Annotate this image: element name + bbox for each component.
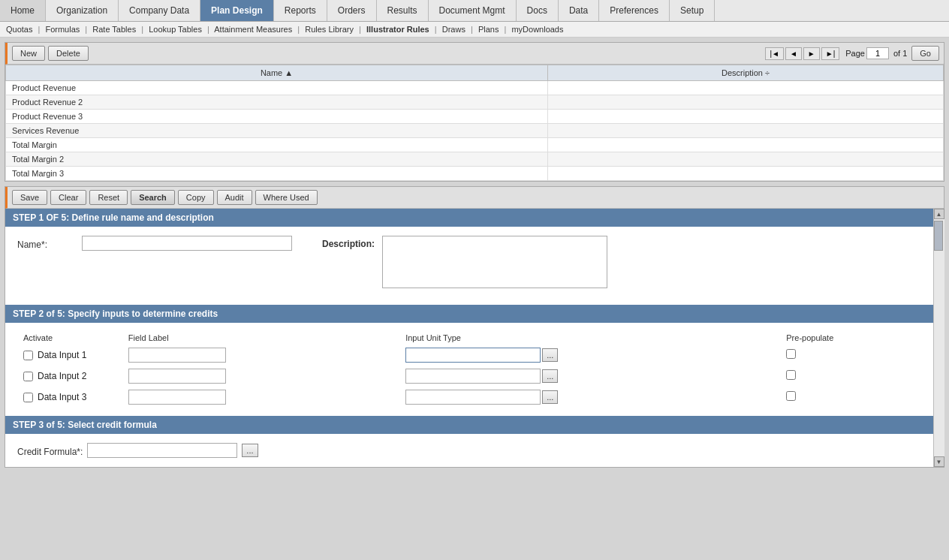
- page-go-button[interactable]: Go: [911, 46, 939, 61]
- description-textarea[interactable]: [382, 236, 607, 288]
- where-used-button[interactable]: Where Used: [255, 190, 318, 205]
- step2-body: Activate Field Label Input Unit Type Pre…: [5, 323, 933, 416]
- credit-formula-label: Credit Formula*:: [17, 444, 83, 457]
- input-unit-type-2-input[interactable]: [405, 369, 541, 384]
- copy-button[interactable]: Copy: [178, 190, 214, 205]
- step3-body: Credit Formula*: ...: [5, 434, 933, 467]
- table-cell-description: [548, 124, 944, 138]
- table-row[interactable]: Total Margin 2: [6, 152, 944, 167]
- input-unit-type-3-ellipsis[interactable]: ...: [542, 390, 558, 404]
- scroll-up-arrow[interactable]: ▲: [934, 209, 944, 219]
- page-first-button[interactable]: |◄: [765, 47, 784, 60]
- table-row[interactable]: Product Revenue 3: [6, 110, 944, 124]
- subnav-attainment-measures[interactable]: Attainment Measures: [214, 25, 292, 34]
- table-row[interactable]: Total Margin: [6, 138, 944, 152]
- data-input-3-label: Data Input 3: [38, 392, 86, 402]
- field-label-1-input[interactable]: [128, 348, 226, 363]
- delete-button[interactable]: Delete: [48, 46, 89, 61]
- input-unit-type-1-ellipsis[interactable]: ...: [542, 348, 558, 362]
- subnav-illustrator-rules[interactable]: Illustrator Rules: [366, 25, 429, 34]
- scroll-down-arrow[interactable]: ▼: [934, 456, 944, 467]
- pre-populate-3-checkbox[interactable]: [786, 391, 796, 401]
- page-next-button[interactable]: ►: [803, 47, 820, 60]
- activate-input3-checkbox[interactable]: [23, 393, 33, 402]
- table-cell-name: Product Revenue: [6, 81, 548, 95]
- subnav-formulas[interactable]: Formulas: [45, 25, 80, 34]
- subnav-quotas[interactable]: Quotas: [6, 25, 32, 34]
- nav-plan-design[interactable]: Plan Design: [200, 0, 274, 21]
- search-button[interactable]: Search: [131, 190, 175, 205]
- nav-docs[interactable]: Docs: [517, 0, 559, 21]
- step1-header: STEP 1 OF 5: Define rule name and descri…: [5, 209, 933, 227]
- table-row[interactable]: Product Revenue 2: [6, 95, 944, 110]
- page-last-button[interactable]: ►|: [821, 47, 840, 60]
- subnav-rate-tables[interactable]: Rate Tables: [92, 25, 136, 34]
- pre-populate-2-checkbox[interactable]: [786, 370, 796, 380]
- step2-table: Activate Field Label Input Unit Type Pre…: [17, 330, 921, 408]
- table-cell-name: Services Revenue: [6, 124, 548, 138]
- credit-formula-ellipsis[interactable]: ...: [242, 444, 258, 457]
- page-of-label: of 1: [893, 49, 907, 58]
- step2-row-3: Data Input 3 ...: [19, 387, 920, 407]
- input-unit-type-3-input[interactable]: [405, 390, 541, 405]
- nav-company-data[interactable]: Company Data: [119, 0, 200, 21]
- step2-row-2: Data Input 2 ...: [19, 366, 920, 386]
- table-row[interactable]: Services Revenue: [6, 124, 944, 138]
- step2-header: STEP 2 of 5: Specify inputs to determine…: [5, 305, 933, 323]
- input-unit-type-2-ellipsis[interactable]: ...: [542, 369, 558, 383]
- table-cell-name: Total Margin 2: [6, 152, 548, 167]
- field-label-3-input[interactable]: [128, 390, 226, 405]
- data-input-2-label: Data Input 2: [38, 371, 86, 381]
- table-cell-description: [548, 152, 944, 167]
- table-cell-name: Total Margin: [6, 138, 548, 152]
- page-number-input[interactable]: [866, 47, 889, 59]
- page-prev-button[interactable]: ◄: [785, 47, 802, 60]
- table-cell-name: Product Revenue 2: [6, 95, 548, 110]
- audit-button[interactable]: Audit: [217, 190, 252, 205]
- nav-setup[interactable]: Setup: [670, 0, 715, 21]
- new-button[interactable]: New: [12, 46, 45, 61]
- table-row[interactable]: Total Margin 3: [6, 167, 944, 181]
- table-cell-name: Total Margin 3: [6, 167, 548, 181]
- nav-document-mgmt[interactable]: Document Mgmt: [429, 0, 517, 21]
- pre-populate-1-checkbox[interactable]: [786, 349, 796, 359]
- nav-orders[interactable]: Orders: [327, 0, 377, 21]
- nav-results[interactable]: Results: [377, 0, 429, 21]
- pagination: |◄ ◄ ► ►| Page of 1 Go: [765, 46, 939, 61]
- table-cell-description: [548, 138, 944, 152]
- credit-formula-input[interactable]: [87, 443, 237, 458]
- input-unit-type-1-input[interactable]: [405, 348, 541, 363]
- illustrator-rules-table: Name ▲ Description ÷ Product RevenueProd…: [5, 65, 944, 181]
- nav-preferences[interactable]: Preferences: [599, 0, 670, 21]
- subnav-mydownloads[interactable]: myDownloads: [511, 25, 563, 34]
- activate-input2-checkbox[interactable]: [23, 372, 33, 381]
- sub-navigation: Quotas | Formulas | Rate Tables | Lookup…: [0, 22, 949, 38]
- description-label: Description:: [322, 236, 375, 249]
- nav-home[interactable]: Home: [0, 0, 46, 21]
- activate-input1-checkbox[interactable]: [23, 351, 33, 360]
- col-header-name[interactable]: Name ▲: [6, 65, 548, 81]
- list-toolbar: New Delete |◄ ◄ ► ►| Page of 1 Go: [5, 43, 944, 65]
- subnav-lookup-tables[interactable]: Lookup Tables: [149, 25, 202, 34]
- field-label-2-input[interactable]: [128, 369, 226, 384]
- table-row[interactable]: Product Revenue: [6, 81, 944, 95]
- col-field-label: Field Label: [124, 332, 399, 344]
- form-toolbar: Save Clear Reset Search Copy Audit Where…: [5, 187, 944, 209]
- name-input[interactable]: [82, 236, 292, 251]
- save-button[interactable]: Save: [12, 190, 47, 205]
- nav-reports[interactable]: Reports: [274, 0, 327, 21]
- nav-data[interactable]: Data: [559, 0, 599, 21]
- step1-name-row: Name*: Description:: [17, 236, 921, 288]
- nav-organization[interactable]: Organization: [46, 0, 119, 21]
- subnav-rules-library[interactable]: Rules Library: [305, 25, 354, 34]
- main-content: New Delete |◄ ◄ ► ►| Page of 1 Go Name ▲: [0, 38, 949, 560]
- table-cell-description: [548, 81, 944, 95]
- reset-button[interactable]: Reset: [89, 190, 128, 205]
- form-panel: Save Clear Reset Search Copy Audit Where…: [5, 186, 944, 468]
- col-input-unit-type: Input Unit Type: [401, 332, 780, 344]
- scroll-thumb[interactable]: [934, 221, 943, 251]
- clear-button[interactable]: Clear: [50, 190, 86, 205]
- subnav-plans[interactable]: Plans: [478, 25, 499, 34]
- subnav-draws[interactable]: Draws: [442, 25, 465, 34]
- col-header-description: Description ÷: [548, 65, 944, 81]
